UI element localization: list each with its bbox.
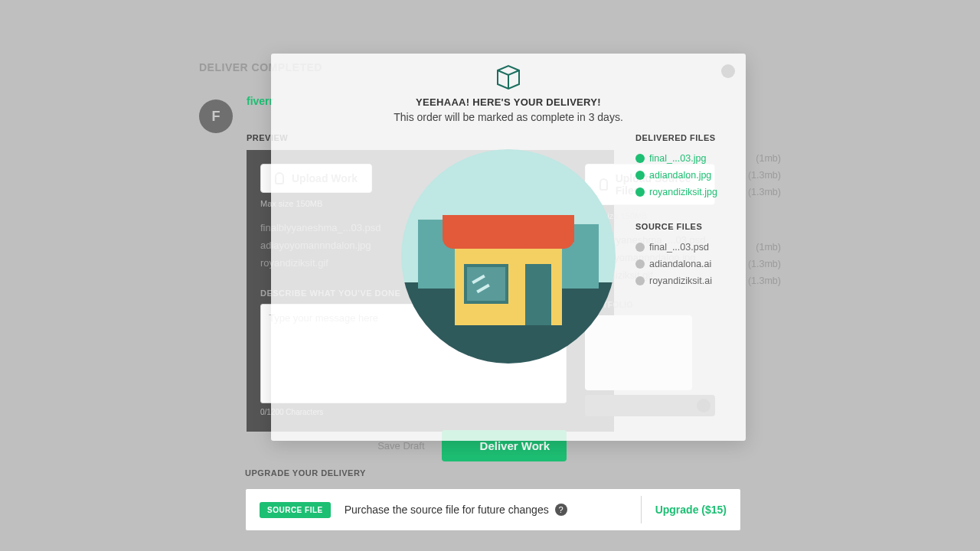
status-dot-icon (635, 187, 645, 197)
status-dot-icon (635, 259, 645, 269)
modal-subtitle: This order will be marked as complete in… (271, 111, 746, 123)
source-files-label: SOURCE FILES (635, 222, 781, 231)
source-file-row[interactable]: royandiziksit.ai(1.3mb) (635, 272, 781, 289)
close-icon[interactable] (721, 64, 735, 78)
upgrade-button[interactable]: Upgrade ($15) (655, 504, 727, 516)
status-dot-icon (635, 243, 645, 252)
source-file-row[interactable]: adiandalona.ai(1.3mb) (635, 256, 781, 272)
save-draft-link[interactable]: Save Draft (377, 440, 424, 452)
upgrade-section-label: UPGRADE YOUR DELIVERY (245, 468, 366, 478)
help-icon[interactable]: ? (555, 504, 567, 516)
store-illustration (401, 149, 616, 364)
upgrade-description: Purchase the source file for future chan… (345, 504, 627, 516)
box-icon (459, 441, 472, 452)
status-dot-icon (635, 276, 645, 285)
package-icon (493, 63, 524, 90)
upgrade-bar: SOURCE FILE Purchase the source file for… (245, 488, 741, 531)
status-dot-icon (635, 154, 645, 163)
divider (641, 496, 642, 523)
source-file-row[interactable]: final_...03.psd(1mb) (635, 239, 781, 256)
modal-title: YEEHAAA! HERE'S YOUR DELIVERY! (271, 96, 746, 108)
delivered-files-label: DELIVERED FILES (635, 133, 781, 142)
delivered-file-row[interactable]: final_...03.jpg(1mb) (635, 150, 781, 167)
avatar: F (199, 99, 233, 133)
source-file-badge: SOURCE FILE (260, 502, 331, 518)
status-dot-icon (635, 171, 645, 180)
delivered-file-row[interactable]: adiandalon.jpg(1.3mb) (635, 167, 781, 184)
delivered-file-row[interactable]: royandiziksit.jpg(1.3mb) (635, 184, 781, 201)
